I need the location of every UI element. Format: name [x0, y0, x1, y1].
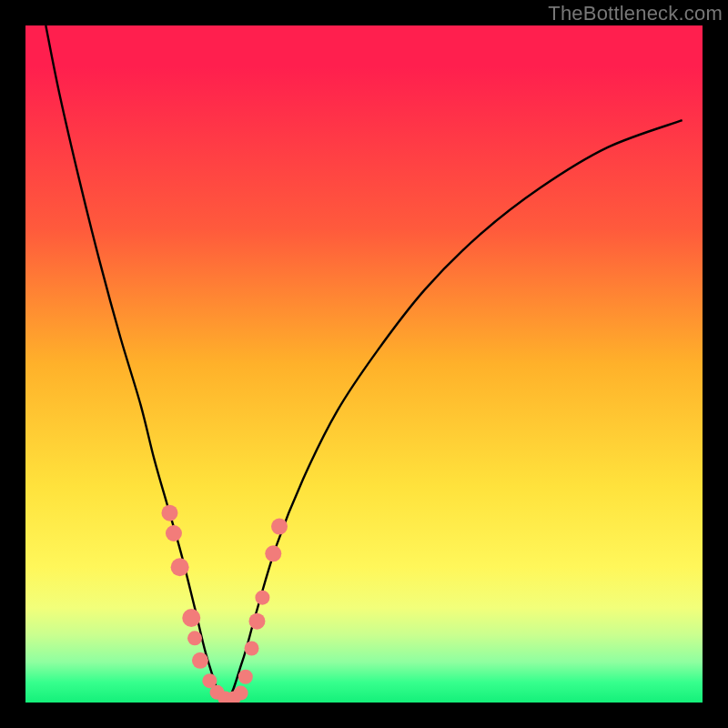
data-marker: [171, 558, 189, 576]
data-marker: [182, 609, 200, 627]
data-marker: [226, 692, 240, 703]
data-marker: [248, 613, 265, 630]
plot-area: [25, 25, 703, 703]
curve-layer: [25, 25, 703, 703]
data-marker: [187, 631, 202, 645]
data-marker: [245, 641, 259, 655]
data-marker: [234, 686, 248, 701]
data-marker: [255, 591, 269, 605]
data-marker: [202, 673, 217, 688]
data-marker: [166, 525, 182, 541]
data-marker: [265, 545, 281, 561]
data-marker: [210, 685, 225, 700]
data-marker: [238, 670, 253, 684]
data-marker: [217, 692, 232, 703]
data-markers: [161, 505, 288, 703]
data-marker: [271, 519, 288, 535]
watermark-text: TheBottleneck.com: [548, 2, 723, 25]
chart-frame: TheBottleneck.com: [0, 0, 728, 728]
data-marker: [161, 505, 177, 521]
data-marker: [192, 652, 208, 669]
bottleneck-curve: [46, 25, 682, 703]
